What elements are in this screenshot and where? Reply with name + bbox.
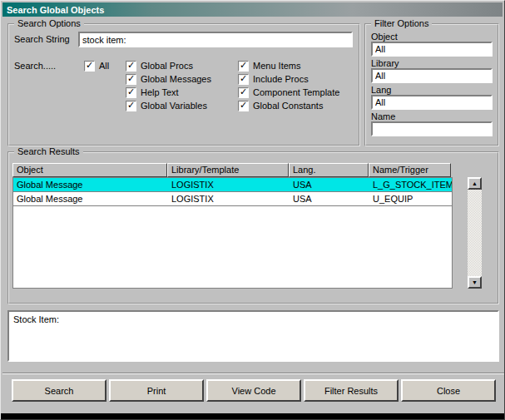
results-scrollbar[interactable]: ▲ ▼ [468,177,482,289]
search-options-group: Search Options Search String Search.....… [7,23,360,146]
filter-options-legend: Filter Options [371,18,432,29]
column-header-object[interactable]: Object [12,163,167,177]
cell-object: Global Message [13,192,168,205]
search-results-legend: Search Results [14,146,83,157]
search-options-legend: Search Options [14,18,84,29]
scrollbar-track[interactable] [468,190,482,276]
checkbox-global-procs[interactable]: ✓ Global Procs [126,60,193,72]
view-code-button[interactable]: View Code [206,379,301,402]
check-icon: ✓ [240,73,247,84]
cell-lang: USA [290,178,369,191]
checkbox-label: Include Procs [253,74,309,84]
checkbox-label: Help Text [141,87,179,97]
checkbox-all[interactable]: ✓ All [84,60,109,72]
checkbox-box: ✓ [126,74,136,85]
checkbox-label: All [99,61,109,71]
search-button[interactable]: Search [12,379,106,402]
down-arrow-icon: ▼ [472,279,478,285]
checkbox-global-constants[interactable]: ✓ Global Constants [238,100,323,111]
checkbox-box: ✓ [84,61,95,72]
checkbox-label: Menu Items [253,61,300,71]
checkbox-label: Global Messages [141,74,211,84]
checkbox-global-messages[interactable]: ✓ Global Messages [126,73,211,85]
filter-name-input[interactable] [371,121,493,136]
cell-name-trigger: U_EQUIP [369,192,452,205]
window-title: Search Global Objects [7,5,104,15]
filter-lang-input[interactable] [371,95,493,110]
button-bar-divider [2,373,504,374]
cell-library-template: LOGISTIX [168,178,290,191]
checkbox-box: ✓ [126,101,136,111]
check-icon: ✓ [127,73,135,84]
search-string-label: Search String [14,34,70,44]
checkbox-box: ✓ [238,74,249,85]
scroll-up-button[interactable]: ▲ [468,177,482,190]
up-arrow-icon: ▲ [472,180,478,186]
preview-pane[interactable]: Stock Item: [7,310,499,362]
table-row[interactable]: Global Message LOGISTIX USA L_G_STOCK_IT… [13,178,452,192]
column-header-lang[interactable]: Lang. [289,163,369,177]
checkbox-help-text[interactable]: ✓ Help Text [126,86,179,98]
filter-object-input[interactable] [371,42,493,57]
preview-text: Stock Item: [13,314,59,324]
filter-options-group: Filter Options Object Library Lang Name [364,23,499,146]
check-icon: ✓ [86,60,93,71]
filter-object-label: Object [371,32,398,42]
table-row[interactable]: Global Message LOGISTIX USA U_EQUIP [13,192,452,206]
print-button[interactable]: Print [109,379,204,402]
checkbox-box: ✓ [238,87,249,98]
bottom-strip [1,413,504,420]
check-icon: ✓ [127,60,135,71]
search-global-objects-window: Search Global Objects Search Options Sea… [0,0,505,420]
cell-object: Global Message [13,178,168,191]
checkbox-box: ✓ [238,61,249,72]
checkbox-include-procs[interactable]: ✓ Include Procs [238,73,309,85]
checkbox-label: Global Procs [141,61,193,71]
column-header-library-template[interactable]: Library/Template [167,163,289,177]
check-icon: ✓ [127,100,135,111]
check-icon: ✓ [127,86,135,97]
checkbox-box: ✓ [238,101,249,111]
checkbox-global-variables[interactable]: ✓ Global Variables [126,100,207,111]
search-scope-label: Search..... [14,61,56,71]
results-list: Global Message LOGISTIX USA L_G_STOCK_IT… [12,177,453,289]
title-bar[interactable]: Search Global Objects [2,2,503,17]
checkbox-menu-items[interactable]: ✓ Menu Items [238,60,300,72]
check-icon: ✓ [240,100,247,111]
filter-library-label: Library [371,58,399,68]
scroll-down-button[interactable]: ▼ [468,276,482,289]
checkbox-label: Component Template [253,87,339,97]
column-header-name-trigger[interactable]: Name/Trigger [369,163,451,177]
check-icon: ✓ [240,86,247,97]
checkbox-component-template[interactable]: ✓ Component Template [238,86,339,98]
table-header-row: Object Library/Template Lang. Name/Trigg… [12,163,451,177]
checkbox-label: Global Variables [141,101,207,111]
filter-library-input[interactable] [371,68,493,83]
filter-name-label: Name [371,111,395,121]
filter-results-button[interactable]: Filter Results [304,379,399,402]
checkbox-label: Global Constants [253,101,323,111]
checkbox-box: ✓ [126,61,136,72]
cell-lang: USA [290,192,369,205]
checkbox-box: ✓ [126,87,136,98]
filter-lang-label: Lang [371,85,391,95]
close-button[interactable]: Close [401,379,496,402]
search-results-group: Search Results Object Library/Template L… [7,151,499,304]
check-icon: ✓ [240,60,247,71]
cell-library-template: LOGISTIX [168,192,290,205]
cell-name-trigger: L_G_STOCK_ITEM [369,178,452,191]
search-string-input[interactable] [78,32,353,47]
